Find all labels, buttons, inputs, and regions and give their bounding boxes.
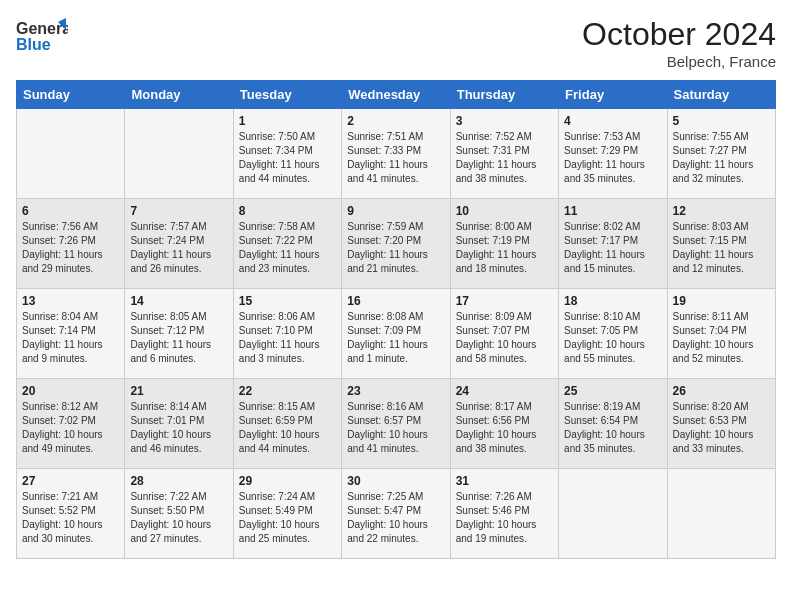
page-header: General Blue October 2024 Belpech, Franc…	[16, 16, 776, 70]
day-cell: 5Sunrise: 7:55 AMSunset: 7:27 PMDaylight…	[667, 109, 775, 199]
day-number: 27	[22, 474, 119, 488]
day-number: 4	[564, 114, 661, 128]
week-row-4: 20Sunrise: 8:12 AMSunset: 7:02 PMDayligh…	[17, 379, 776, 469]
svg-text:Blue: Blue	[16, 36, 51, 53]
day-cell: 19Sunrise: 8:11 AMSunset: 7:04 PMDayligh…	[667, 289, 775, 379]
logo-block: General Blue	[16, 16, 68, 60]
day-cell: 18Sunrise: 8:10 AMSunset: 7:05 PMDayligh…	[559, 289, 667, 379]
day-number: 10	[456, 204, 553, 218]
day-cell: 3Sunrise: 7:52 AMSunset: 7:31 PMDaylight…	[450, 109, 558, 199]
day-number: 12	[673, 204, 770, 218]
day-number: 31	[456, 474, 553, 488]
cell-info: Sunrise: 8:15 AMSunset: 6:59 PMDaylight:…	[239, 400, 336, 456]
day-number: 2	[347, 114, 444, 128]
day-cell: 12Sunrise: 8:03 AMSunset: 7:15 PMDayligh…	[667, 199, 775, 289]
day-cell: 13Sunrise: 8:04 AMSunset: 7:14 PMDayligh…	[17, 289, 125, 379]
calendar-table: SundayMondayTuesdayWednesdayThursdayFrid…	[16, 80, 776, 559]
cell-info: Sunrise: 7:22 AMSunset: 5:50 PMDaylight:…	[130, 490, 227, 546]
day-cell: 21Sunrise: 8:14 AMSunset: 7:01 PMDayligh…	[125, 379, 233, 469]
day-number: 6	[22, 204, 119, 218]
day-cell	[125, 109, 233, 199]
cell-info: Sunrise: 7:53 AMSunset: 7:29 PMDaylight:…	[564, 130, 661, 186]
cell-info: Sunrise: 8:06 AMSunset: 7:10 PMDaylight:…	[239, 310, 336, 366]
day-cell: 14Sunrise: 8:05 AMSunset: 7:12 PMDayligh…	[125, 289, 233, 379]
cell-info: Sunrise: 8:08 AMSunset: 7:09 PMDaylight:…	[347, 310, 444, 366]
title-block: October 2024 Belpech, France	[582, 16, 776, 70]
day-cell	[667, 469, 775, 559]
cell-info: Sunrise: 8:02 AMSunset: 7:17 PMDaylight:…	[564, 220, 661, 276]
cell-info: Sunrise: 8:05 AMSunset: 7:12 PMDaylight:…	[130, 310, 227, 366]
day-number: 1	[239, 114, 336, 128]
day-number: 11	[564, 204, 661, 218]
day-number: 22	[239, 384, 336, 398]
day-cell	[17, 109, 125, 199]
day-number: 13	[22, 294, 119, 308]
cell-info: Sunrise: 8:12 AMSunset: 7:02 PMDaylight:…	[22, 400, 119, 456]
col-header-tuesday: Tuesday	[233, 81, 341, 109]
day-cell: 27Sunrise: 7:21 AMSunset: 5:52 PMDayligh…	[17, 469, 125, 559]
col-header-saturday: Saturday	[667, 81, 775, 109]
day-cell: 2Sunrise: 7:51 AMSunset: 7:33 PMDaylight…	[342, 109, 450, 199]
day-cell: 16Sunrise: 8:08 AMSunset: 7:09 PMDayligh…	[342, 289, 450, 379]
col-header-monday: Monday	[125, 81, 233, 109]
day-cell	[559, 469, 667, 559]
day-number: 18	[564, 294, 661, 308]
day-number: 26	[673, 384, 770, 398]
cell-info: Sunrise: 8:20 AMSunset: 6:53 PMDaylight:…	[673, 400, 770, 456]
col-header-sunday: Sunday	[17, 81, 125, 109]
col-header-thursday: Thursday	[450, 81, 558, 109]
month-title: October 2024	[582, 16, 776, 53]
day-number: 30	[347, 474, 444, 488]
day-number: 24	[456, 384, 553, 398]
cell-info: Sunrise: 7:26 AMSunset: 5:46 PMDaylight:…	[456, 490, 553, 546]
week-row-5: 27Sunrise: 7:21 AMSunset: 5:52 PMDayligh…	[17, 469, 776, 559]
cell-info: Sunrise: 8:10 AMSunset: 7:05 PMDaylight:…	[564, 310, 661, 366]
day-cell: 4Sunrise: 7:53 AMSunset: 7:29 PMDaylight…	[559, 109, 667, 199]
week-row-3: 13Sunrise: 8:04 AMSunset: 7:14 PMDayligh…	[17, 289, 776, 379]
day-number: 5	[673, 114, 770, 128]
day-cell: 11Sunrise: 8:02 AMSunset: 7:17 PMDayligh…	[559, 199, 667, 289]
cell-info: Sunrise: 7:50 AMSunset: 7:34 PMDaylight:…	[239, 130, 336, 186]
day-cell: 24Sunrise: 8:17 AMSunset: 6:56 PMDayligh…	[450, 379, 558, 469]
col-header-friday: Friday	[559, 81, 667, 109]
day-number: 29	[239, 474, 336, 488]
logo-icon: General Blue	[16, 16, 68, 56]
day-cell: 20Sunrise: 8:12 AMSunset: 7:02 PMDayligh…	[17, 379, 125, 469]
day-number: 21	[130, 384, 227, 398]
cell-info: Sunrise: 8:09 AMSunset: 7:07 PMDaylight:…	[456, 310, 553, 366]
cell-info: Sunrise: 8:17 AMSunset: 6:56 PMDaylight:…	[456, 400, 553, 456]
day-number: 17	[456, 294, 553, 308]
day-cell: 30Sunrise: 7:25 AMSunset: 5:47 PMDayligh…	[342, 469, 450, 559]
week-row-1: 1Sunrise: 7:50 AMSunset: 7:34 PMDaylight…	[17, 109, 776, 199]
cell-info: Sunrise: 7:59 AMSunset: 7:20 PMDaylight:…	[347, 220, 444, 276]
day-cell: 1Sunrise: 7:50 AMSunset: 7:34 PMDaylight…	[233, 109, 341, 199]
day-cell: 10Sunrise: 8:00 AMSunset: 7:19 PMDayligh…	[450, 199, 558, 289]
cell-info: Sunrise: 8:11 AMSunset: 7:04 PMDaylight:…	[673, 310, 770, 366]
day-number: 23	[347, 384, 444, 398]
col-header-wednesday: Wednesday	[342, 81, 450, 109]
day-number: 16	[347, 294, 444, 308]
cell-info: Sunrise: 8:03 AMSunset: 7:15 PMDaylight:…	[673, 220, 770, 276]
day-cell: 6Sunrise: 7:56 AMSunset: 7:26 PMDaylight…	[17, 199, 125, 289]
day-cell: 7Sunrise: 7:57 AMSunset: 7:24 PMDaylight…	[125, 199, 233, 289]
day-cell: 26Sunrise: 8:20 AMSunset: 6:53 PMDayligh…	[667, 379, 775, 469]
cell-info: Sunrise: 8:00 AMSunset: 7:19 PMDaylight:…	[456, 220, 553, 276]
cell-info: Sunrise: 7:57 AMSunset: 7:24 PMDaylight:…	[130, 220, 227, 276]
day-number: 20	[22, 384, 119, 398]
cell-info: Sunrise: 8:16 AMSunset: 6:57 PMDaylight:…	[347, 400, 444, 456]
day-number: 9	[347, 204, 444, 218]
location: Belpech, France	[582, 53, 776, 70]
day-cell: 25Sunrise: 8:19 AMSunset: 6:54 PMDayligh…	[559, 379, 667, 469]
day-number: 3	[456, 114, 553, 128]
day-cell: 17Sunrise: 8:09 AMSunset: 7:07 PMDayligh…	[450, 289, 558, 379]
cell-info: Sunrise: 7:58 AMSunset: 7:22 PMDaylight:…	[239, 220, 336, 276]
day-number: 14	[130, 294, 227, 308]
day-cell: 23Sunrise: 8:16 AMSunset: 6:57 PMDayligh…	[342, 379, 450, 469]
day-number: 25	[564, 384, 661, 398]
cell-info: Sunrise: 7:52 AMSunset: 7:31 PMDaylight:…	[456, 130, 553, 186]
day-cell: 29Sunrise: 7:24 AMSunset: 5:49 PMDayligh…	[233, 469, 341, 559]
cell-info: Sunrise: 7:24 AMSunset: 5:49 PMDaylight:…	[239, 490, 336, 546]
cell-info: Sunrise: 8:19 AMSunset: 6:54 PMDaylight:…	[564, 400, 661, 456]
cell-info: Sunrise: 7:56 AMSunset: 7:26 PMDaylight:…	[22, 220, 119, 276]
cell-info: Sunrise: 7:51 AMSunset: 7:33 PMDaylight:…	[347, 130, 444, 186]
